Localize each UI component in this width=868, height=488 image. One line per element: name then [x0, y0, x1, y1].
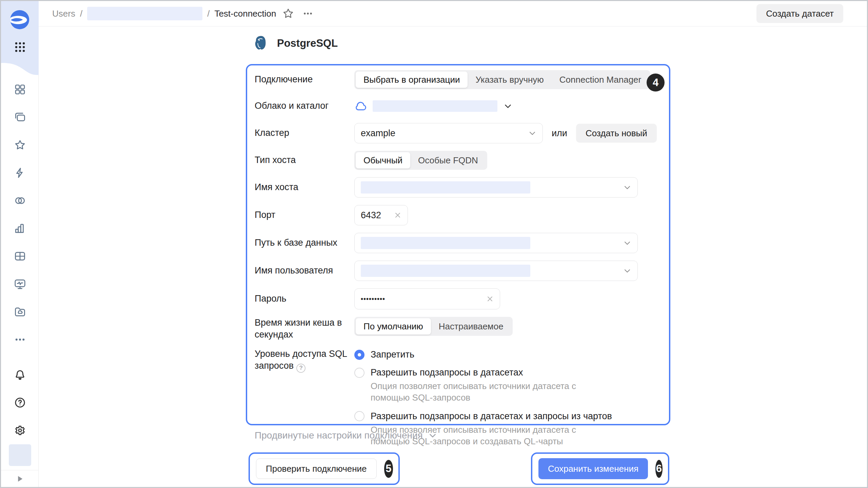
sidebar-bottom [1, 368, 39, 437]
dashboards-icon[interactable] [14, 83, 26, 96]
check-connection-button[interactable]: Проверить подключение [256, 459, 377, 479]
connection-form: 4 Подключение Выбрать в организации Указ… [246, 64, 670, 425]
port-input[interactable]: 6432 [354, 205, 408, 225]
port-value: 6432 [361, 210, 381, 221]
datalens-logo-icon[interactable] [9, 9, 30, 30]
connections-lightning-icon[interactable] [14, 166, 26, 179]
datasets-circles-icon[interactable] [14, 194, 26, 207]
breadcrumb-root[interactable]: Users [52, 8, 75, 19]
cloud-catalog-redacted-value [373, 100, 497, 112]
db-path-redacted-value [361, 237, 530, 249]
username-select[interactable] [354, 261, 638, 281]
create-new-cluster-button[interactable]: Создать новый [576, 124, 657, 143]
radio-icon[interactable] [354, 368, 364, 378]
sql-option-allow-subqueries: Разрешить подзапросы в датасетах Опция п… [354, 367, 612, 404]
chevron-down-icon [428, 430, 438, 441]
advanced-settings-toggle[interactable]: Продвинутые настройки подключения [255, 430, 438, 441]
cluster-select[interactable]: example [354, 123, 543, 143]
charts-icon[interactable] [14, 222, 26, 235]
tables-icon[interactable] [14, 250, 26, 263]
breadcrumb-separator: / [207, 8, 210, 19]
or-text: или [552, 128, 567, 139]
chevron-down-icon[interactable] [503, 101, 513, 111]
storage-folder-icon[interactable] [14, 305, 26, 318]
apps-grid-icon[interactable] [14, 41, 26, 54]
save-changes-button[interactable]: Сохранить изменения [538, 458, 648, 479]
favorite-star-icon[interactable] [281, 6, 296, 21]
tab-manual[interactable]: Указать вручную [468, 72, 551, 88]
more-ellipsis-icon[interactable] [14, 333, 26, 346]
sql-option-deny: Запретить [354, 349, 612, 360]
advanced-settings-label: Продвинутые настройки подключения [255, 430, 423, 441]
username-redacted-value [361, 265, 530, 277]
tab-connection-manager[interactable]: Connection Manager [552, 72, 649, 88]
step-badge-4: 4 [647, 74, 665, 92]
password-value: ••••••••• [361, 295, 385, 303]
topbar: Users / / Test-connection Создать датасе… [39, 1, 867, 26]
sql-option-allow-subqueries-and-charts: Разрешить подзапросы в датасетах и запро… [354, 411, 612, 447]
chevron-down-icon [623, 183, 632, 192]
tab-host-regular[interactable]: Обычный [356, 152, 410, 168]
host-type-label: Тип хоста [255, 154, 354, 166]
cloud-icon [354, 101, 367, 111]
cloud-catalog-label: Облако и каталог [255, 100, 354, 112]
db-path-select[interactable] [354, 233, 638, 253]
row-cluster: Кластер example или Создать новый [255, 123, 662, 143]
breadcrumb-redacted-item[interactable] [87, 7, 202, 20]
tab-cache-custom[interactable]: Настраиваемое [431, 318, 511, 334]
row-hostname: Имя хоста [255, 177, 662, 198]
radio-selected-icon[interactable] [354, 350, 364, 360]
user-avatar[interactable] [9, 444, 31, 466]
app-window: Users / / Test-connection Создать датасе… [0, 0, 868, 488]
sidebar-nav [1, 83, 39, 346]
collections-icon[interactable] [14, 111, 26, 124]
breadcrumb-current: Test-connection [214, 8, 276, 19]
expand-panel-icon[interactable] [15, 474, 24, 484]
row-port: Порт 6432 [255, 205, 662, 225]
hostname-redacted-value [361, 181, 530, 194]
save-changes-highlight: Сохранить изменения 6 [531, 452, 669, 485]
password-input[interactable]: ••••••••• [354, 288, 500, 309]
connection-label: Подключение [255, 74, 354, 85]
favorites-star-icon[interactable] [14, 139, 26, 151]
chevron-down-icon [528, 128, 537, 138]
cloud-catalog-control[interactable] [354, 100, 513, 112]
port-label: Порт [255, 209, 354, 221]
row-password: Пароль ••••••••• [255, 288, 662, 309]
clear-icon[interactable] [393, 211, 402, 220]
notifications-bell-icon[interactable] [14, 368, 26, 381]
host-type-tabs: Обычный Особые FQDN [354, 151, 487, 170]
sidebar-footer [1, 470, 38, 487]
tab-choose-in-org[interactable]: Выбрать в организации [356, 72, 468, 88]
tab-host-fqdn[interactable]: Особые FQDN [410, 152, 486, 168]
row-host-type: Тип хоста Обычный Особые FQDN [255, 151, 662, 170]
postgresql-logo-icon [253, 35, 270, 52]
page-header: PostgreSQL [253, 35, 338, 52]
step-badge-5: 5 [384, 460, 393, 478]
row-cache-ttl: Время жизни кеша в секундах По умолчанию… [255, 317, 662, 341]
hostname-label: Имя хоста [255, 181, 354, 193]
more-menu-icon[interactable] [300, 6, 315, 21]
check-connection-highlight: Проверить подключение 5 [249, 452, 400, 485]
password-label: Пароль [255, 293, 354, 305]
page-title: PostgreSQL [277, 37, 338, 49]
option-description: Опция позволяет описывать источники дата… [371, 381, 608, 404]
hostname-select[interactable] [354, 177, 638, 198]
settings-gear-icon[interactable] [14, 424, 26, 437]
cache-ttl-label: Время жизни кеша в секундах [255, 317, 354, 341]
monitoring-icon[interactable] [14, 278, 26, 290]
tab-cache-default[interactable]: По умолчанию [356, 318, 431, 334]
clear-icon[interactable] [486, 294, 494, 303]
sql-access-label: Уровень доступа SQL запросов? [255, 348, 354, 373]
connection-tabs: Выбрать в организации Указать вручную Co… [354, 70, 650, 89]
help-question-icon[interactable]: ? [296, 364, 305, 373]
create-dataset-button[interactable]: Создать датасет [756, 4, 843, 23]
radio-icon[interactable] [354, 411, 364, 421]
chevron-down-icon [623, 266, 632, 276]
row-db-path: Путь к базе данных [255, 233, 662, 253]
row-connection: Подключение Выбрать в организации Указат… [255, 70, 662, 89]
chevron-down-icon [623, 238, 632, 248]
help-circle-icon[interactable] [14, 396, 26, 409]
cluster-value: example [361, 128, 395, 139]
breadcrumb: Users / / Test-connection [52, 6, 315, 21]
